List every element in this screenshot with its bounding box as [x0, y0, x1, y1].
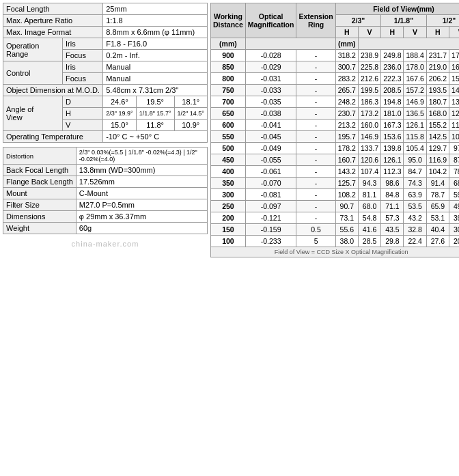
fov-data-row: 550-0.045-195.7146.9153.6115.8142.5106.9 — [211, 131, 460, 143]
fov-data-row: 750-0.033-265.7199.5208.5157.2193.5145.2 — [211, 85, 460, 96]
focus-label: Focus — [63, 50, 103, 61]
mount-label: Mount — [3, 188, 76, 199]
image-format-label: Max. Image Format — [3, 27, 103, 38]
watermark: china-maker.com — [3, 238, 208, 249]
dimensions-label: Dimensions — [3, 211, 76, 223]
aov-h-val2: 1/1.8" 15.7° — [136, 108, 174, 120]
op-temp-label: Operating Temperature — [3, 131, 103, 143]
aov-v-val3: 10.9° — [174, 120, 207, 131]
operation-range-label: OperationRange — [3, 38, 63, 61]
control-focus-value: Manual — [103, 73, 208, 85]
working-distance-header: Working Distance — [211, 3, 246, 38]
fov-data-row: 350-0.070-125.794.398.674.391.468.6 — [211, 178, 460, 189]
aov-h-val1: 2/3" 19.9° — [103, 108, 136, 120]
flange-label: Flange Back Length — [3, 176, 76, 188]
distortion-row: Distortion 2/3" 0.03%(=5.5 | 1/1.8" -0.0… — [3, 148, 208, 165]
control-label: Control — [3, 61, 63, 85]
v2-header: V — [404, 27, 426, 38]
aov-d-row: Angle ofView D 24.6° 19.5° 18.1° — [3, 96, 208, 108]
aov-h-val3: 1/2" 14.5° — [174, 108, 207, 120]
extension-ring-header: Extension Ring — [296, 3, 335, 38]
mount-value: C-Mount — [76, 188, 207, 199]
right-panel: Working Distance Optical Magnification E… — [210, 3, 459, 257]
aov-d-val3: 18.1° — [174, 96, 207, 108]
fmt1-header: 2/3" — [335, 15, 381, 27]
iris-label: Iris — [63, 38, 103, 50]
h1-header: H — [335, 27, 358, 38]
bfl-value: 13.8mm (WD=300mm) — [76, 165, 207, 176]
operation-iris-row: OperationRange Iris F1.8 - F16.0 — [3, 38, 208, 50]
dimensions-row: Dimensions φ 29mm x 36.37mm — [3, 211, 208, 223]
v1-header: V — [358, 27, 380, 38]
fov-data-row: 100-0.233538.028.529.822.427.620.7 — [211, 236, 460, 247]
op-temp-value: -10° C ~ +50° C — [103, 131, 208, 143]
fov-data-row: 900-0.028-318.2238.9249.8188.4231.7173.9 — [211, 50, 460, 61]
fov-data-row: 400-0.061-143.2107.4112.384.7104.278.1 — [211, 166, 460, 178]
fov-data-row: 700-0.035-248.2186.3194.8146.9180.7135.6 — [211, 96, 460, 108]
control-iris-value: Manual — [103, 61, 208, 73]
bfl-label: Back Focal Length — [3, 165, 76, 176]
specs-table-2: Distortion 2/3" 0.03%(=5.5 | 1/1.8" -0.0… — [3, 147, 208, 234]
object-dim-row: Object Dimension at M.O.D. 5.48cm x 7.31… — [3, 85, 208, 96]
aov-d-val1: 24.6° — [103, 96, 136, 108]
fov-data-row: 200-0.121-73.154.857.343.253.139.8 — [211, 212, 460, 224]
left-panel: Focal Length 25mm Max. Aperture Ratio 1:… — [3, 3, 208, 257]
fov-data-row: 250-0.097-90.768.071.153.565.949.4 — [211, 201, 460, 212]
aperture-ratio-row: Max. Aperture Ratio 1:1.8 — [3, 15, 208, 27]
aov-label: Angle ofView — [3, 96, 63, 131]
fov-header-row1: Working Distance Optical Magnification E… — [211, 3, 460, 15]
aperture-ratio-label: Max. Aperture Ratio — [3, 15, 103, 27]
fov-data-row: 300-0.081-108.281.184.863.978.759.0 — [211, 189, 460, 201]
control-iris-row: Control Iris Manual — [3, 61, 208, 73]
fov-title: Field of View(mm) — [335, 3, 459, 15]
aov-h-label: H — [63, 108, 103, 120]
focal-length-label: Focal Length — [3, 3, 103, 15]
object-dim-value: 5.48cm x 7.31cm 2/3" — [103, 85, 208, 96]
fov-data-row: 600-0.041-213.2160.0167.3126.1155.2116.4 — [211, 120, 460, 131]
dimensions-value: φ 29mm x 36.37mm — [76, 211, 207, 223]
fmt2-header: 1/1.8" — [381, 15, 427, 27]
fov-data-row: 500-0.049-178.2133.7139.8105.4129.797.3 — [211, 143, 460, 154]
h2-header: H — [381, 27, 404, 38]
focal-length-value: 25mm — [103, 3, 208, 15]
aov-v-label: V — [63, 120, 103, 131]
image-format-value: 8.8mm x 6.6mm (φ 11mm) — [103, 27, 208, 38]
v3-header: V — [449, 27, 459, 38]
fov-data-row: 850-0.029-300.7225.8236.0178.0219.0164.3 — [211, 61, 460, 73]
fmt3-header: 1/2" — [426, 15, 459, 27]
optical-mag-header: Optical Magnification — [245, 3, 296, 38]
weight-label: Weight — [3, 223, 76, 234]
flange-row: Flange Back Length 17.526mm — [3, 176, 208, 188]
distortion-value: 2/3" 0.03%(=5.5 | 1/1.8" -0.02%(=4.3) | … — [76, 148, 207, 165]
mount-row: Mount C-Mount — [3, 188, 208, 199]
control-focus-label: Focus — [63, 73, 103, 85]
fov-header-row4: (mm) (mm) — [211, 38, 460, 50]
fov-data-row: 150-0.1590.555.641.643.532.840.430.3 — [211, 224, 460, 236]
weight-row: Weight 60g — [3, 223, 208, 234]
bfl-row: Back Focal Length 13.8mm (WD=300mm) — [3, 165, 208, 176]
focus-value: 0.2m - Inf. — [103, 50, 208, 61]
fov-data-row: 650-0.038-230.7173.2181.0136.5168.0126.0 — [211, 108, 460, 120]
filter-label: Filter Size — [3, 199, 76, 211]
fov-body: 900-0.028-318.2238.9249.8188.4231.7173.9… — [211, 50, 460, 247]
mm-header: (mm) — [211, 38, 246, 50]
mm2-header: (mm) — [335, 38, 358, 50]
control-iris-label: Iris — [63, 61, 103, 73]
image-format-row: Max. Image Format 8.8mm x 6.6mm (φ 11mm) — [3, 27, 208, 38]
weight-value: 60g — [76, 223, 207, 234]
object-dim-label: Object Dimension at M.O.D. — [3, 85, 103, 96]
aov-v-val1: 15.0° — [103, 120, 136, 131]
filter-value: M27.0 P=0.5mm — [76, 199, 207, 211]
distortion-label: Distortion — [3, 148, 76, 165]
specs-table: Focal Length 25mm Max. Aperture Ratio 1:… — [3, 3, 208, 143]
focal-length-row: Focal Length 25mm — [3, 3, 208, 15]
iris-value: F1.8 - F16.0 — [103, 38, 208, 50]
fov-data-row: 800-0.031-283.2212.6222.3167.6206.2154.7 — [211, 73, 460, 85]
op-temp-row: Operating Temperature -10° C ~ +50° C — [3, 131, 208, 143]
aov-d-label: D — [63, 96, 103, 108]
aov-d-val2: 19.5° — [136, 96, 174, 108]
fov-table: Working Distance Optical Magnification E… — [210, 3, 459, 247]
filter-row: Filter Size M27.0 P=0.5mm — [3, 199, 208, 211]
flange-value: 17.526mm — [76, 176, 207, 188]
footer-note: Field of View = CCD Size X Optical Magni… — [210, 247, 459, 257]
